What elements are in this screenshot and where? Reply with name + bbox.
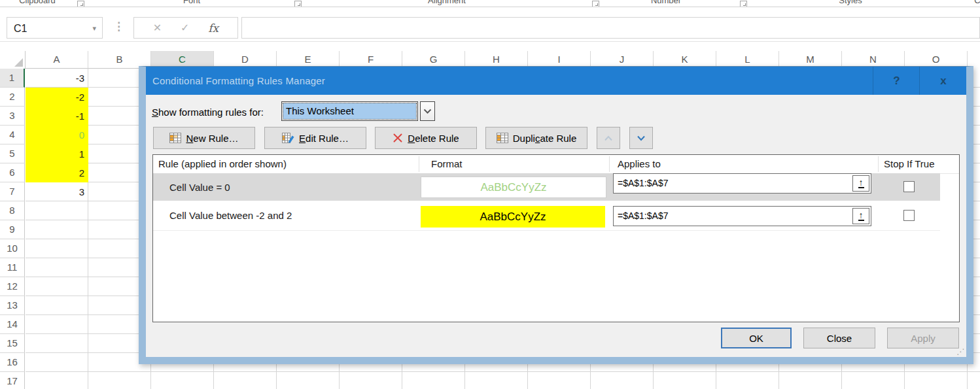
red-x-icon xyxy=(393,133,403,143)
row-header-9[interactable]: 9 xyxy=(0,220,25,239)
row-header-5[interactable]: 5 xyxy=(0,144,25,163)
move-rule-down-button[interactable] xyxy=(629,127,653,149)
cancel-icon[interactable]: ✕ xyxy=(153,22,162,34)
ribbon-group-font: Font xyxy=(183,0,200,5)
ribbon-group-cells: C xyxy=(974,0,980,5)
row-header-3[interactable]: 3 xyxy=(0,107,25,126)
dialog-launcher-icon[interactable] xyxy=(294,1,302,7)
dialog-title: Conditional Formatting Rules Manager xyxy=(152,67,325,95)
header-applies-to: Applies to xyxy=(618,155,661,173)
excel-window: Clipboard Font Alignment Number Styles C… xyxy=(0,0,980,389)
help-button[interactable]: ? xyxy=(873,67,920,95)
ribbon-group-alignment: Alignment xyxy=(428,0,466,5)
formula-input[interactable] xyxy=(241,17,980,39)
stop-if-true-checkbox[interactable] xyxy=(903,181,915,192)
edit-rule-button[interactable]: Edit Rule… xyxy=(264,127,366,149)
rules-table-header: Rule (applied in order shown) Format App… xyxy=(153,155,959,174)
name-box[interactable]: C1 ▾ xyxy=(7,17,103,39)
collapse-dialog-arrow-icon: ↑ xyxy=(858,178,864,188)
rule-row-1[interactable]: Cell Value = 0 AaBbCcYyZz =$A$1:$A$7 ↑ xyxy=(153,173,940,201)
select-all-button[interactable] xyxy=(0,51,26,69)
row-header-17[interactable]: 17 xyxy=(0,372,25,389)
header-rule: Rule (applied in order shown) xyxy=(158,155,287,173)
header-divider xyxy=(609,156,610,172)
delete-rule-button[interactable]: Delete Rule xyxy=(375,127,477,149)
row-header-8[interactable]: 8 xyxy=(0,201,25,220)
delete-rule-label: Delete Rule xyxy=(408,133,459,144)
show-rules-label: Show formatting rules for: xyxy=(152,103,264,122)
applies-to-input[interactable]: =$A$1:$A$7 ↑ xyxy=(613,173,871,194)
row-header-15[interactable]: 15 xyxy=(0,334,25,353)
move-rule-up-button[interactable] xyxy=(597,127,620,149)
table-grid-icon xyxy=(497,133,508,143)
chevron-up-icon xyxy=(604,135,613,141)
table-pencil-icon xyxy=(282,133,294,143)
name-box-value: C1 xyxy=(14,23,27,34)
collapse-dialog-button[interactable]: ↑ xyxy=(852,175,869,192)
scope-dropdown-value: This Worksheet xyxy=(283,103,416,119)
cell-a5[interactable]: 1 xyxy=(26,144,88,163)
rule-description: Cell Value between -2 and 2 xyxy=(169,201,292,230)
duplicate-rule-label: Duplicate Rule xyxy=(513,133,577,144)
ok-button[interactable]: OK xyxy=(721,328,792,348)
row-header-2[interactable]: 2 xyxy=(0,88,25,107)
row-header-10[interactable]: 10 xyxy=(0,239,25,258)
applies-to-input[interactable]: =$A$1:$A$7 ↑ xyxy=(613,206,871,226)
header-stop-if-true: Stop If True xyxy=(884,155,935,173)
scope-dropdown[interactable]: This Worksheet xyxy=(281,101,418,121)
ribbon-bottom-strip: Clipboard Font Alignment Number Styles C xyxy=(0,0,980,7)
close-button[interactable]: Close xyxy=(803,328,875,348)
rule-row-2[interactable]: Cell Value between -2 and 2 AaBbCcYyZz =… xyxy=(153,201,940,231)
duplicate-rule-button[interactable]: Duplicate Rule xyxy=(485,127,587,149)
format-preview: AaBbCcYyZz xyxy=(421,206,605,228)
row-header-1[interactable]: 1 xyxy=(0,69,25,88)
apply-button[interactable]: Apply xyxy=(887,328,959,348)
chevron-down-icon[interactable]: ▾ xyxy=(92,18,96,39)
dialog-title-bar[interactable]: Conditional Formatting Rules Manager ? x xyxy=(146,67,966,95)
edit-rule-label: Edit Rule… xyxy=(299,133,349,144)
dialog-launcher-icon[interactable] xyxy=(740,1,747,7)
ribbon-group-clipboard: Clipboard xyxy=(19,0,56,5)
chevron-down-icon xyxy=(637,135,646,141)
row-header-7[interactable]: 7 xyxy=(0,182,25,201)
header-format: Format xyxy=(431,155,463,173)
row-header-13[interactable]: 13 xyxy=(0,296,25,315)
cell-a3[interactable]: -1 xyxy=(26,107,88,126)
cell-a2[interactable]: -2 xyxy=(26,88,88,107)
ribbon-group-number: Number xyxy=(651,0,681,5)
rule-description: Cell Value = 0 xyxy=(169,173,230,201)
table-grid-icon xyxy=(169,133,181,143)
collapse-dialog-arrow-icon: ↑ xyxy=(858,211,864,221)
dialog-launcher-icon[interactable] xyxy=(77,1,84,7)
dialog-launcher-icon[interactable] xyxy=(592,1,599,7)
chevron-down-icon xyxy=(423,109,432,114)
cell-a7[interactable]: 3 xyxy=(26,182,88,201)
scope-dropdown-button[interactable] xyxy=(420,101,435,121)
row-header-4[interactable]: 4 xyxy=(0,126,25,144)
collapse-dialog-button[interactable]: ↑ xyxy=(852,208,869,224)
cell-a6[interactable]: 2 xyxy=(26,163,88,182)
cell-a1[interactable]: -3 xyxy=(26,69,88,88)
ribbon-group-styles: Styles xyxy=(839,0,862,5)
rules-table: Rule (applied in order shown) Format App… xyxy=(152,154,960,322)
row-header-6[interactable]: 6 xyxy=(0,163,25,182)
resize-grip[interactable]: ⋰ xyxy=(956,347,964,356)
column-header-a[interactable]: A xyxy=(26,51,88,69)
insert-function-icon[interactable]: fx xyxy=(208,22,219,35)
cf-rules-manager-dialog: Conditional Formatting Rules Manager ? x… xyxy=(139,66,973,364)
stop-if-true-checkbox[interactable] xyxy=(903,210,915,221)
formula-bar-row: C1 ▾ ⋮ ✕ ✓ fx xyxy=(0,7,980,42)
applies-to-value: =$A$1:$A$7 xyxy=(618,178,668,188)
cell-a4[interactable]: 0 xyxy=(26,126,88,144)
new-rule-button[interactable]: New Rule… xyxy=(153,127,255,149)
formula-bar-separator: ⋮ xyxy=(113,17,124,39)
applies-to-value: =$A$1:$A$7 xyxy=(618,211,668,221)
formula-bar-buttons: ✕ ✓ fx xyxy=(133,17,238,39)
row-header-11[interactable]: 11 xyxy=(0,258,25,277)
close-icon[interactable]: x xyxy=(919,67,967,95)
header-divider xyxy=(419,156,419,172)
row-header-12[interactable]: 12 xyxy=(0,277,25,296)
row-header-16[interactable]: 16 xyxy=(0,353,25,372)
row-header-14[interactable]: 14 xyxy=(0,315,25,334)
enter-icon[interactable]: ✓ xyxy=(181,22,189,34)
